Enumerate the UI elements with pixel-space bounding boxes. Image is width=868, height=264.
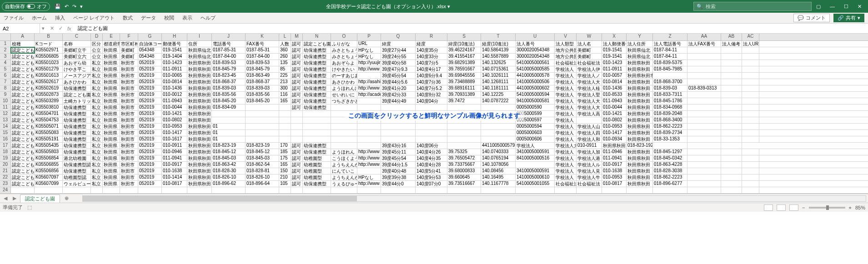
cell[interactable]: [291, 117, 303, 123]
cell[interactable]: 認可: [291, 92, 303, 98]
column-header[interactable]: Y: [627, 34, 653, 40]
cell[interactable]: 社会福祉法人: [555, 60, 577, 66]
cell[interactable]: 052019: [138, 85, 162, 91]
cell[interactable]: 9410005000581: [516, 98, 555, 104]
cell[interactable]: 052019: [138, 130, 162, 136]
cell[interactable]: 区分: [91, 41, 103, 47]
cell[interactable]: 39度27分44: [381, 47, 416, 53]
zoom-slider[interactable]: [809, 207, 845, 209]
cell[interactable]: [721, 47, 742, 53]
cell[interactable]: 018-828-30: [212, 168, 246, 174]
cell[interactable]: 秋田県: [103, 111, 120, 117]
cell[interactable]: ようほれんけ: [331, 85, 357, 91]
cell[interactable]: 052019: [138, 124, 162, 130]
cell[interactable]: [721, 181, 742, 187]
cell[interactable]: [11, 187, 35, 193]
cell[interactable]: [381, 187, 416, 193]
cell[interactable]: 認可: [291, 155, 303, 161]
cell[interactable]: 4411005000579: [481, 143, 516, 149]
cell[interactable]: [653, 143, 687, 149]
cell[interactable]: 秋田県: [103, 155, 120, 161]
cell[interactable]: 054348: [138, 54, 162, 60]
cell[interactable]: [331, 187, 357, 193]
cell[interactable]: 学校法人大: [577, 98, 602, 104]
cell[interactable]: 018-845-79: [212, 66, 246, 72]
save-icon[interactable]: 💾: [55, 4, 61, 10]
cell[interactable]: 5410005001055: [516, 181, 555, 187]
cell[interactable]: 140.1167778: [481, 181, 516, 187]
cell[interactable]: 018-828-3038: [653, 168, 687, 174]
cell[interactable]: K05505191: [35, 136, 63, 142]
cell[interactable]: 私立: [91, 105, 103, 110]
column-header[interactable]: W: [577, 34, 602, 40]
zoom-in-button[interactable]: +: [849, 205, 852, 210]
cell[interactable]: [357, 187, 381, 193]
cell[interactable]: 4410005000578: [516, 73, 555, 79]
cell[interactable]: 010-0044: [162, 105, 187, 110]
cell[interactable]: 学校法人四: [577, 130, 602, 136]
cell[interactable]: Kコード: [35, 41, 63, 47]
cell[interactable]: 018-834-09: [212, 105, 246, 110]
cell[interactable]: 私立: [91, 85, 103, 91]
column-header[interactable]: C: [63, 34, 91, 40]
cell[interactable]: 学校法人: [555, 136, 577, 142]
cell[interactable]: 39.68916111: [447, 85, 481, 91]
cell[interactable]: K05607099: [35, 181, 63, 187]
cell[interactable]: 019-1404: [162, 54, 187, 60]
cell[interactable]: 秋田県秋田: [187, 143, 212, 149]
cell[interactable]: 法人住所: [627, 41, 653, 47]
cell[interactable]: [721, 60, 742, 66]
cell[interactable]: 電話番号: [212, 41, 246, 47]
cell[interactable]: 018-839-0313: [687, 85, 721, 91]
cell[interactable]: 018-845-20: [212, 98, 246, 104]
cell[interactable]: 秋田県秋田: [187, 149, 212, 155]
cell[interactable]: [516, 162, 555, 168]
row-header[interactable]: 14: [0, 124, 11, 130]
cell[interactable]: [602, 187, 627, 193]
cell[interactable]: K05505803: [35, 149, 63, 155]
cell[interactable]: [303, 130, 331, 136]
cell[interactable]: [381, 136, 416, 142]
cell[interactable]: 260: [279, 54, 291, 60]
cell[interactable]: 018-839-53: [246, 60, 279, 66]
row-header[interactable]: 13: [0, 117, 11, 123]
cell[interactable]: [246, 136, 279, 142]
cell[interactable]: [742, 98, 759, 104]
cell[interactable]: [742, 155, 759, 161]
cell[interactable]: [381, 105, 416, 110]
column-header[interactable]: M: [291, 34, 303, 40]
cell[interactable]: 39度45分11: [381, 149, 416, 155]
cell[interactable]: 秋田県秋田: [627, 117, 653, 123]
cell[interactable]: 私立: [91, 117, 103, 123]
cell[interactable]: 幼保連携型: [63, 168, 91, 174]
fx-icon[interactable]: fx: [67, 26, 71, 31]
cell[interactable]: 秋田県秋田: [627, 136, 653, 142]
cell[interactable]: 認定こども園: [11, 174, 35, 180]
cell[interactable]: 認可: [291, 149, 303, 155]
cell[interactable]: 秋田県秋田: [627, 124, 653, 130]
cell[interactable]: 秋田県秋田: [187, 130, 212, 136]
cell[interactable]: 140度7分5: [416, 60, 447, 66]
cell[interactable]: 学校法人: [555, 98, 577, 104]
column-header[interactable]: U: [516, 34, 555, 40]
cell[interactable]: せいれいに: [331, 92, 357, 98]
cell[interactable]: [331, 143, 357, 149]
cell[interactable]: 学校法人伊: [577, 66, 602, 72]
cell[interactable]: [447, 187, 481, 193]
cell[interactable]: 秋田県: [103, 136, 120, 142]
cell[interactable]: 39.73488889: [447, 79, 481, 85]
cell[interactable]: 認定こども園: [303, 41, 331, 47]
cell[interactable]: 秋田県秋田: [627, 155, 653, 161]
cell[interactable]: 秋田県秋田: [627, 181, 653, 187]
row-header[interactable]: 19: [0, 155, 11, 161]
row-header[interactable]: 20: [0, 162, 11, 168]
column-header[interactable]: K: [246, 34, 279, 40]
cell[interactable]: 018-826-10: [212, 174, 246, 180]
cell[interactable]: 052019: [138, 73, 162, 79]
cell[interactable]: 秋田県秋田: [627, 60, 653, 66]
cell[interactable]: 018-823-19: [212, 143, 246, 149]
cell[interactable]: 39.46224167: [447, 47, 481, 53]
cell[interactable]: [742, 130, 759, 136]
cell[interactable]: 秋田県仙北: [627, 54, 653, 60]
cell[interactable]: 秋田県: [103, 162, 120, 168]
